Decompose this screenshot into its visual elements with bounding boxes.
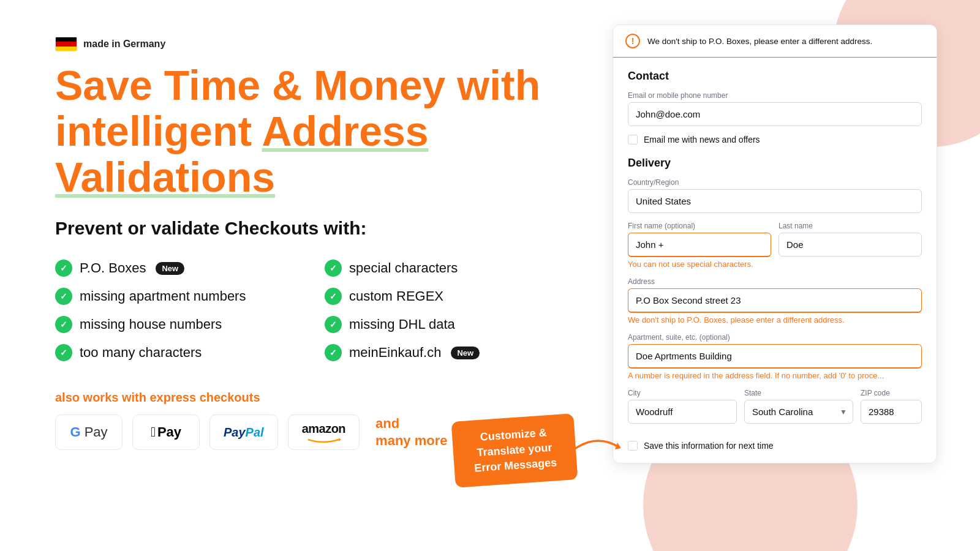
delivery-section-title: Delivery — [628, 157, 922, 170]
feature-too-many-chars: too many characters — [55, 340, 288, 365]
gpay-label: G Pay — [70, 424, 107, 440]
zip-input[interactable] — [861, 400, 922, 424]
zip-field-group: ZIP code — [861, 389, 922, 424]
delivery-section: Delivery Country/Region First name (opti… — [628, 157, 922, 451]
email-field-group: Email or mobile phone number — [628, 91, 922, 126]
amazon-arrow-icon — [305, 436, 342, 443]
checkout-card: ! We don't ship to P.O. Boxes, please en… — [612, 24, 937, 463]
headline-highlight: Address Validations — [55, 108, 429, 200]
apt-field-group: Apartment, suite, etc. (optional) A numb… — [628, 333, 922, 380]
new-badge: New — [451, 347, 480, 359]
email-newsletter-label: Email me with news and offers — [644, 135, 760, 144]
contact-section-title: Contact — [628, 70, 922, 83]
email-input[interactable] — [628, 102, 922, 126]
arrow-icon — [551, 422, 625, 471]
save-info-row: Save this information for next time — [628, 441, 922, 451]
state-label: State — [744, 389, 853, 397]
paypal-label: PayPal — [224, 425, 264, 440]
country-input[interactable] — [628, 189, 922, 213]
state-select[interactable]: South Carolina — [744, 400, 853, 424]
check-icon — [325, 260, 342, 277]
save-info-checkbox[interactable] — [628, 441, 638, 451]
feature-text: P.O. Boxes — [80, 260, 146, 276]
made-in-germany-text: made in Germany — [83, 39, 165, 50]
feature-meineinkauf: meinEinkauf.ch New — [325, 340, 557, 365]
state-field-group: State South Carolina ▼ — [744, 389, 853, 424]
city-field-group: City — [628, 389, 737, 424]
applepay-label: Pay — [157, 424, 181, 440]
svg-marker-0 — [339, 438, 341, 441]
amazon-text: amazon — [302, 422, 345, 436]
error-banner-text: We don't ship to P.O. Boxes, please ente… — [647, 37, 872, 46]
headline-line2-text: intelligent Address Validations — [55, 108, 429, 200]
feature-text: special characters — [349, 260, 458, 276]
subheading: Prevent or validate Checkouts with: — [55, 218, 557, 239]
feature-special-chars: special characters — [325, 256, 557, 280]
po-box-error: We don't ship to P.O. Boxes, please ente… — [628, 315, 922, 324]
paypal-p1: Pay — [224, 425, 246, 439]
email-newsletter-row: Email me with news and offers — [628, 135, 922, 144]
check-icon — [55, 260, 72, 277]
first-name-input[interactable] — [628, 233, 771, 257]
feature-house-numbers: missing house numbers — [55, 312, 288, 337]
country-field-group: Country/Region — [628, 178, 922, 213]
apple-icon:  — [151, 424, 156, 440]
apt-input[interactable] — [628, 344, 922, 369]
feature-apt-numbers: missing apartment numbers — [55, 284, 288, 309]
germany-flag-icon — [55, 37, 77, 51]
check-icon — [55, 288, 72, 305]
headline-line2: intelligent Address Validations — [55, 108, 557, 200]
last-name-field-group: Last name — [778, 222, 922, 269]
address-input[interactable] — [628, 288, 922, 313]
feature-text: missing apartment numbers — [80, 288, 246, 304]
country-label: Country/Region — [628, 178, 922, 187]
last-name-label: Last name — [778, 222, 922, 230]
express-title: also works with express checkouts — [55, 391, 557, 405]
feature-text: custom REGEX — [349, 288, 443, 304]
g-letter: G — [70, 424, 80, 440]
headline: Save Time & Money with intelligent Addre… — [55, 62, 557, 200]
new-badge: New — [156, 262, 184, 275]
city-label: City — [628, 389, 737, 397]
city-state-zip-row: City State South Carolina ▼ — [628, 389, 922, 432]
email-newsletter-checkbox[interactable] — [628, 135, 638, 144]
special-char-error: You can not use special characters. — [628, 260, 771, 269]
feature-text: too many characters — [80, 345, 202, 361]
state-select-wrapper: South Carolina ▼ — [744, 400, 853, 424]
paypal-badge: PayPal — [209, 414, 278, 450]
first-name-field-group: First name (optional) You can not use sp… — [628, 222, 771, 269]
check-icon — [55, 344, 72, 361]
feature-text: meinEinkauf.ch — [349, 345, 441, 361]
check-icon — [325, 344, 342, 361]
address-label: Address — [628, 277, 922, 286]
features-grid: P.O. Boxes New special characters missin… — [55, 256, 557, 365]
error-icon: ! — [625, 34, 640, 48]
made-in-germany-badge: made in Germany — [55, 37, 557, 51]
check-icon — [55, 316, 72, 333]
feature-text: missing house numbers — [80, 317, 222, 332]
check-icon — [325, 288, 342, 305]
gpay-badge: G Pay — [55, 414, 123, 450]
apt-label: Apartment, suite, etc. (optional) — [628, 333, 922, 342]
feature-text: missing DHL data — [349, 317, 455, 332]
paypal-p2: Pal — [246, 425, 264, 439]
address-field-group: Address We don't ship to P.O. Boxes, ple… — [628, 277, 922, 324]
left-panel: made in Germany Save Time & Money with i… — [0, 0, 600, 551]
applepay-badge:  Pay — [132, 414, 200, 450]
name-fields-row: First name (optional) You can not use sp… — [628, 222, 922, 277]
pay-text: Pay — [81, 424, 108, 440]
first-name-label: First name (optional) — [628, 222, 771, 230]
city-input[interactable] — [628, 400, 737, 424]
apt-error: A number is required in the address fiel… — [628, 371, 922, 380]
feature-dhl: missing DHL data — [325, 312, 557, 337]
headline-line1: Save Time & Money with — [55, 62, 557, 108]
right-panel: ! We don't ship to P.O. Boxes, please en… — [600, 0, 980, 551]
feature-regex: custom REGEX — [325, 284, 557, 309]
error-banner-top: ! We don't ship to P.O. Boxes, please en… — [613, 25, 937, 58]
feature-po-boxes: P.O. Boxes New — [55, 256, 288, 280]
amazon-logo: amazon — [302, 422, 345, 443]
zip-label: ZIP code — [861, 389, 922, 397]
last-name-input[interactable] — [778, 233, 922, 257]
save-info-label: Save this information for next time — [644, 441, 774, 451]
amazon-badge: amazon — [288, 414, 360, 450]
